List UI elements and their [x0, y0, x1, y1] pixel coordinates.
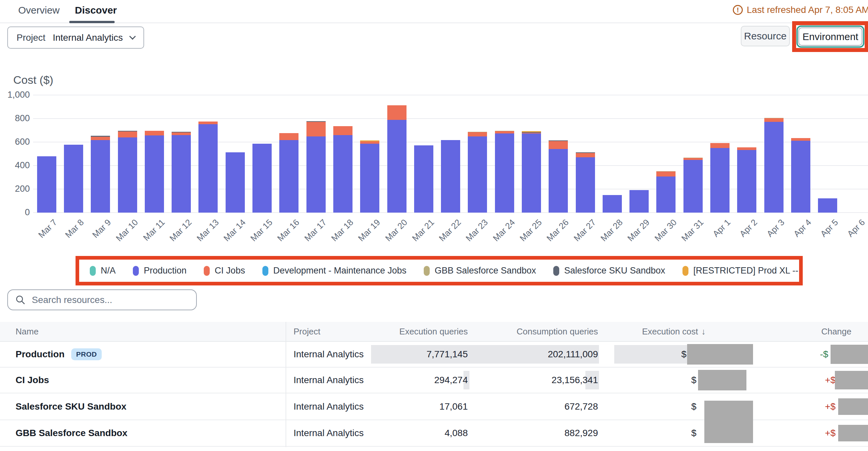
bar-segment: [198, 122, 218, 124]
bar-segment: [737, 147, 756, 150]
bar-segment: [279, 140, 299, 213]
execution-queries-value: 294,274: [434, 375, 468, 385]
y-axis-tick-label: 600: [0, 137, 30, 147]
bar-segment: [549, 141, 568, 149]
bar-segment: [333, 126, 352, 135]
x-axis-tick-label: Apr 5: [818, 217, 840, 239]
active-tab-underline: [69, 21, 115, 23]
legend-item[interactable]: N/A: [90, 265, 116, 276]
column-header-consumption-queries[interactable]: Consumption queries: [517, 326, 598, 337]
tab-discover[interactable]: Discover: [75, 5, 117, 16]
last-refreshed-status: ! Last refreshed Apr 7, 8:05 AM PDT: [733, 3, 868, 17]
stacked-bar[interactable]: [145, 131, 164, 213]
legend-label: [RESTRICTED] Prod XL -- Full-Refresh job…: [693, 265, 803, 276]
stacked-bar[interactable]: [791, 138, 810, 213]
column-header-change[interactable]: Change: [821, 326, 851, 337]
chart-slot-mar-7: Mar 7: [33, 95, 60, 213]
stacked-bar[interactable]: [387, 105, 406, 213]
legend-item[interactable]: Development - Maintenance Jobs: [262, 265, 406, 276]
cost-bar-chart: 02004006008001,000 Mar 7Mar 8Mar 9Mar 10…: [0, 95, 868, 261]
stacked-bar[interactable]: [91, 136, 110, 213]
project-filter-dropdown[interactable]: Project Internal Analytics: [7, 27, 144, 49]
execution-cost-prefix: $: [691, 375, 696, 385]
stacked-bar[interactable]: [549, 140, 568, 213]
redaction-box: [831, 345, 868, 364]
stacked-bar[interactable]: [764, 118, 783, 213]
legend-item[interactable]: Production: [133, 265, 187, 276]
stacked-bar[interactable]: [495, 131, 514, 213]
x-axis-tick-label: Apr 1: [711, 217, 733, 239]
bar-segment: [656, 176, 676, 213]
chart-slot-mar-15: Mar 15: [248, 95, 275, 213]
table-row-ci-jobs[interactable]: CI JobsInternal Analytics294,27423,156,3…: [0, 367, 868, 393]
execution-queries-value: 17,061: [439, 401, 468, 412]
bar-segment: [629, 190, 649, 213]
stacked-bar[interactable]: [441, 140, 460, 213]
resource-project: Internal Analytics: [293, 401, 364, 412]
stacked-bar[interactable]: [414, 146, 433, 213]
stacked-bar[interactable]: [522, 131, 541, 213]
column-header-project[interactable]: Project: [293, 326, 320, 337]
bar-segment: [333, 135, 352, 213]
stacked-bar[interactable]: [629, 190, 649, 213]
legend-item[interactable]: CI Jobs: [204, 265, 245, 276]
resource-name-text: Production: [16, 349, 65, 360]
redaction-box-cost-shared: [704, 401, 753, 443]
chart-slot-mar-17: Mar 17: [303, 95, 329, 213]
legend-item[interactable]: GBB Salesforce Sandbox: [424, 265, 536, 276]
stacked-bar[interactable]: [306, 121, 326, 213]
resource-project: Internal Analytics: [293, 375, 364, 385]
resource-toggle-button[interactable]: Resource: [741, 26, 790, 46]
stacked-bar[interactable]: [37, 156, 56, 213]
resource-name: GBB Salesforce Sandbox: [16, 428, 128, 439]
table-row-production[interactable]: ProductionPRODInternal Analytics7,771,14…: [0, 342, 868, 367]
execution-cost-prefix: $: [691, 401, 696, 412]
stacked-bar[interactable]: [656, 171, 676, 213]
environment-toggle-button[interactable]: Environment: [799, 28, 862, 46]
column-header-execution-queries[interactable]: Execution queries: [399, 326, 468, 337]
search-resources-input[interactable]: [32, 295, 189, 305]
stacked-bar[interactable]: [737, 147, 756, 213]
x-axis-tick-label: Mar 18: [329, 217, 355, 244]
stacked-bar[interactable]: [172, 132, 191, 213]
bar-segment: [37, 156, 56, 213]
chart-slot-mar-22: Mar 22: [437, 95, 464, 213]
stacked-bar[interactable]: [252, 144, 272, 213]
legend-item[interactable]: Salesforce SKU Sandbox: [553, 265, 665, 276]
stacked-bar[interactable]: [576, 152, 595, 213]
chart-title: Cost ($): [13, 73, 53, 87]
bar-segment: [360, 144, 379, 213]
stacked-bar[interactable]: [710, 143, 730, 213]
stacked-bar[interactable]: [360, 140, 379, 213]
bar-segment: [764, 118, 783, 122]
column-header-execution-cost[interactable]: Execution cost↓: [642, 326, 706, 337]
bar-segment: [198, 124, 218, 213]
change-prefix: -$: [820, 349, 828, 360]
bar-segment: [387, 120, 406, 213]
x-axis-tick-label: Apr 6: [845, 217, 867, 239]
resource-project: Internal Analytics: [293, 428, 364, 439]
tab-overview[interactable]: Overview: [18, 5, 60, 16]
column-header-name[interactable]: Name: [16, 326, 38, 337]
stacked-bar[interactable]: [818, 198, 837, 213]
legend-item[interactable]: [RESTRICTED] Prod XL -- Full-Refresh job…: [682, 265, 803, 276]
chart-slot-mar-14: Mar 14: [222, 95, 248, 213]
chevron-down-icon: [129, 33, 136, 40]
stacked-bar[interactable]: [118, 131, 137, 213]
stacked-bar[interactable]: [333, 126, 352, 213]
x-axis-tick-label: Mar 25: [518, 217, 544, 244]
stacked-bar[interactable]: [226, 152, 245, 213]
bar-segment: [118, 131, 137, 137]
redaction-box: [838, 425, 868, 441]
stacked-bar[interactable]: [683, 158, 703, 213]
bar-segment: [656, 171, 676, 176]
stacked-bar[interactable]: [279, 133, 299, 213]
stacked-bar[interactable]: [468, 132, 487, 213]
bar-segment: [360, 141, 379, 144]
stacked-bar[interactable]: [602, 195, 622, 213]
stacked-bar[interactable]: [198, 122, 218, 213]
stacked-bar[interactable]: [64, 145, 83, 213]
y-axis-tick-label: 200: [0, 184, 30, 194]
chart-slot-mar-29: Mar 29: [626, 95, 653, 213]
legend-label: Development - Maintenance Jobs: [273, 265, 406, 276]
